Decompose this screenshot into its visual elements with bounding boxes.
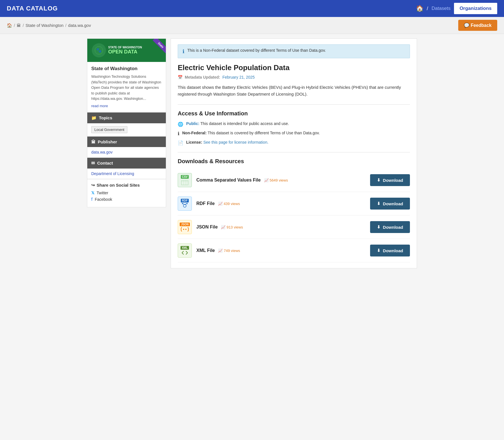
downloads-title: Downloads & Resources <box>178 158 410 165</box>
contact-link[interactable]: Department of Licensing <box>91 171 134 176</box>
rdf-file-name: RDF File <box>196 201 215 206</box>
breadcrumb-state[interactable]: State of Washington <box>25 23 64 28</box>
svg-point-9 <box>182 203 183 204</box>
csv-views: 📈 5649 views <box>264 178 288 182</box>
topics-header-label: Topics <box>99 115 112 120</box>
topic-item[interactable]: Local Government <box>91 126 127 133</box>
xml-file-label: XML File 📈 749 views <box>196 248 366 253</box>
publisher-content: data.wa.gov <box>87 147 166 158</box>
contact-header: ✉ Contact <box>87 158 166 169</box>
home-icon[interactable]: 🏠 <box>416 5 423 12</box>
breadcrumb-home-icon[interactable]: 🏠 <box>7 23 12 28</box>
nav-separator: / <box>427 6 428 12</box>
rdf-download-label: Download <box>383 201 403 206</box>
access-item-public: 🌐 Public: This dataset is intended for p… <box>178 121 410 128</box>
building-icon: 🏛 <box>91 139 95 144</box>
breadcrumb-org[interactable]: data.wa.gov <box>68 23 91 28</box>
download-item-xml: XML XML File 📈 749 views ⬇ Download <box>178 239 410 262</box>
download-icon-xml: ⬇ <box>377 248 381 253</box>
download-icon-rdf: ⬇ <box>377 201 381 206</box>
org-logo-icon: 🐾 <box>92 43 106 57</box>
sidebar-publisher-section: 🏛 Publisher data.wa.gov <box>87 137 166 158</box>
contact-header-label: Contact <box>97 161 113 165</box>
breadcrumb-sep1: / <box>14 23 15 28</box>
json-download-label: Download <box>383 225 403 230</box>
xml-file-icon: XML <box>178 243 192 258</box>
metadata-label: Metadata Updated: <box>185 75 220 79</box>
json-file-icon: JSON <box>178 220 192 234</box>
breadcrumb: 🏠 / 🏛 / State of Washington / data.wa.go… <box>7 23 91 28</box>
csv-download-button[interactable]: ⬇ Download <box>370 174 410 186</box>
access-public-label: Public: <box>186 121 199 126</box>
org-logo-line2: OPEN DATA <box>108 49 142 55</box>
site-title: DATA CATALOG <box>7 5 58 12</box>
sidebar-contact-section: ✉ Contact Department of Licensing <box>87 158 166 179</box>
header-nav: 🏠 / Datasets Organizations <box>416 3 497 14</box>
xml-views: 📈 749 views <box>218 249 240 253</box>
publisher-header: 🏛 Publisher <box>87 137 166 147</box>
globe-icon: 🌐 <box>178 121 183 128</box>
access-public-text: This dataset is intended for public acce… <box>200 121 289 126</box>
xml-download-button[interactable]: ⬇ Download <box>370 245 410 256</box>
org-desc: Washington Technology Solutions (WaTech)… <box>91 74 162 102</box>
twitter-icon: 𝕏 <box>91 191 94 195</box>
access-item-nonfederal: ℹ Non-Federal: This dataset is covered b… <box>178 130 410 137</box>
json-download-button[interactable]: ⬇ Download <box>370 221 410 233</box>
csv-file-label: Comma Separated Values File 📈 5649 views <box>196 178 366 183</box>
info-icon: ℹ <box>183 48 184 55</box>
publisher-link[interactable]: data.wa.gov <box>91 150 113 154</box>
publisher-header-label: Publisher <box>98 139 117 144</box>
org-logo-line1: STATE OF WASHINGTON <box>108 46 142 49</box>
sidebar-topics-section: 📁 Topics Local Government <box>87 113 166 137</box>
notice-text: This is a Non-Federal dataset covered by… <box>187 48 326 53</box>
facebook-label: Facebook <box>95 197 112 202</box>
breadcrumb-institution-icon: 🏛 <box>17 23 21 28</box>
json-file-name: JSON File <box>196 225 218 229</box>
datasets-link[interactable]: Datasets <box>432 6 451 11</box>
org-logo-label: STATE OF WASHINGTON OPEN DATA <box>108 46 142 55</box>
social-section: ↪ Share on Social Sites 𝕏 Twitter f Face… <box>87 179 166 207</box>
access-license-label: License: <box>186 140 202 144</box>
site-header: DATA CATALOG 🏠 / Datasets Organizations <box>0 0 504 17</box>
download-item-json: JSON JSON File 📈 913 views ⬇ Download <box>178 215 410 239</box>
sidebar: 🐾 STATE OF WASHINGTON OPEN DATA State St… <box>87 38 166 268</box>
csv-download-label: Download <box>383 178 403 183</box>
xml-file-name: XML File <box>196 248 215 253</box>
org-info: State of Washington Washington Technolog… <box>87 62 166 112</box>
facebook-link[interactable]: f Facebook <box>91 197 162 202</box>
topics-content: Local Government <box>87 123 166 136</box>
twitter-label: Twitter <box>97 191 108 195</box>
svg-point-11 <box>183 229 184 230</box>
svg-point-10 <box>186 203 188 204</box>
dataset-desc: This dataset shows the Battery Electric … <box>178 84 410 98</box>
topics-header: 📁 Topics <box>87 113 166 123</box>
main-layout: 🐾 STATE OF WASHINGTON OPEN DATA State St… <box>82 34 422 273</box>
folder-icon: 📁 <box>91 115 97 120</box>
state-badge: State <box>153 39 166 53</box>
svg-rect-2 <box>181 180 188 185</box>
breadcrumb-sep2: / <box>23 23 24 28</box>
rdf-file-label: RDF File 📈 439 views <box>196 201 366 206</box>
xml-download-label: Download <box>383 248 403 253</box>
read-more-link[interactable]: read more <box>91 104 162 108</box>
access-list: 🌐 Public: This dataset is intended for p… <box>178 121 410 146</box>
organizations-button[interactable]: Organizations <box>454 3 497 14</box>
doc-icon: 📄 <box>178 140 183 146</box>
feedback-button[interactable]: 💬 Feedback <box>458 20 497 31</box>
share-icon: ↪ <box>91 183 95 188</box>
svg-text:🐾: 🐾 <box>96 48 102 53</box>
twitter-link[interactable]: 𝕏 Twitter <box>91 191 162 195</box>
access-title: Access & Use Information <box>178 110 410 117</box>
calendar-icon: 📅 <box>178 75 183 79</box>
download-item-rdf: RDF RDF File 📈 439 views ⬇ Download <box>178 192 410 215</box>
json-file-label: JSON File 📈 913 views <box>196 225 366 230</box>
social-header: ↪ Share on Social Sites <box>91 183 162 188</box>
social-header-label: Share on Social Sites <box>97 183 140 187</box>
svg-point-6 <box>183 204 186 207</box>
envelope-icon: ✉ <box>91 161 95 166</box>
breadcrumb-bar: 🏠 / 🏛 / State of Washington / data.wa.go… <box>0 17 504 34</box>
download-icon-json: ⬇ <box>377 225 381 230</box>
license-link[interactable]: See this page for license information. <box>203 140 268 144</box>
rdf-download-button[interactable]: ⬇ Download <box>370 198 410 210</box>
facebook-icon: f <box>91 197 92 202</box>
